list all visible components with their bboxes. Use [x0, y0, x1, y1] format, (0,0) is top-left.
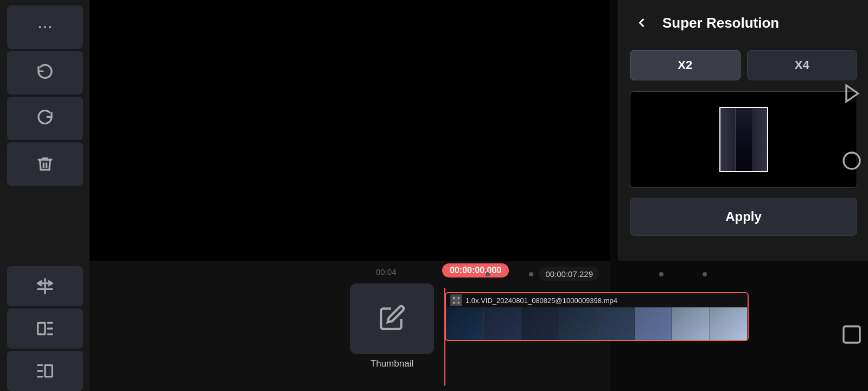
panel-header: Super Resolution: [630, 11, 857, 35]
time-dot-2: [529, 272, 533, 276]
vid-thumb-4: [559, 307, 597, 340]
vid-thumb-7: [672, 307, 710, 340]
vid-thumb-3: [521, 307, 559, 340]
end-time-label: 00:00:07.229: [539, 267, 599, 281]
back-button[interactable]: [630, 11, 654, 35]
split-button[interactable]: [7, 266, 83, 306]
vid-thumb-6: [635, 307, 673, 340]
svg-rect-5: [844, 326, 860, 343]
panel-title: Super Resolution: [662, 15, 779, 31]
svg-rect-9: [458, 297, 459, 299]
curtain-right: [752, 108, 767, 171]
preview-area: [90, 0, 610, 261]
svg-point-1: [44, 26, 46, 28]
toolbar-bottom: [0, 261, 90, 391]
thumbnail-panel: Thumbnail: [350, 283, 434, 369]
mid-time-label: 00:04: [376, 267, 397, 276]
redo-button[interactable]: [7, 97, 83, 140]
circle-icon[interactable]: [840, 149, 864, 173]
svg-point-0: [39, 26, 41, 28]
curtain-left: [720, 108, 736, 171]
apply-button[interactable]: Apply: [630, 198, 857, 236]
svg-rect-20: [45, 365, 52, 376]
video-thumbnails: [446, 307, 748, 340]
svg-rect-8: [453, 302, 455, 304]
vid-thumb-8: [710, 307, 748, 340]
svg-rect-10: [458, 302, 459, 304]
video-track-header: 1.0x.VID_20240801_080825@1000009398.mp4: [446, 293, 748, 307]
time-dot-3: [659, 272, 663, 276]
edit-icon: [379, 304, 406, 333]
more-button[interactable]: [7, 5, 83, 49]
clip-name: 1.0x.VID_20240801_080825@1000009398.mp4: [465, 297, 617, 305]
playhead-line: [444, 288, 445, 386]
undo-button[interactable]: [7, 51, 83, 94]
vid-thumb-1: [446, 307, 484, 340]
time-dot-4: [703, 272, 707, 276]
svg-rect-7: [453, 297, 455, 299]
x4-button[interactable]: X4: [747, 50, 858, 80]
timeline-area: 00:00:00.000 00:04 00:00:07.229 Thumbnai…: [90, 261, 610, 391]
resolution-buttons: X2 X4: [630, 50, 857, 80]
thumbnail-label: Thumbnail: [371, 358, 413, 369]
preview-thumbnail: [719, 107, 768, 172]
x2-button[interactable]: X2: [630, 50, 741, 80]
super-resolution-panel: Super Resolution X2 X4 Apply: [618, 0, 868, 261]
svg-rect-16: [37, 323, 44, 334]
panel-preview: [630, 91, 857, 188]
film-icon: [450, 294, 462, 306]
vid-thumb-5: [597, 307, 635, 340]
vid-thumb-2: [484, 307, 522, 340]
preview-content: [720, 108, 767, 171]
svg-point-4: [844, 153, 860, 169]
svg-point-2: [49, 26, 51, 28]
video-track[interactable]: 1.0x.VID_20240801_080825@1000009398.mp4: [445, 292, 749, 341]
current-time-marker: 00:00:00.000: [442, 263, 509, 278]
play-icon[interactable]: [840, 81, 864, 105]
trim-right-button[interactable]: [7, 351, 83, 391]
bottom-right-icon[interactable]: [841, 324, 863, 348]
right-edge-icons: [840, 81, 864, 173]
thumbnail-button[interactable]: [350, 283, 434, 354]
trim-left-button[interactable]: [7, 308, 83, 349]
time-dot-1: [486, 272, 490, 276]
delete-button[interactable]: [7, 142, 83, 186]
svg-marker-3: [846, 85, 858, 102]
